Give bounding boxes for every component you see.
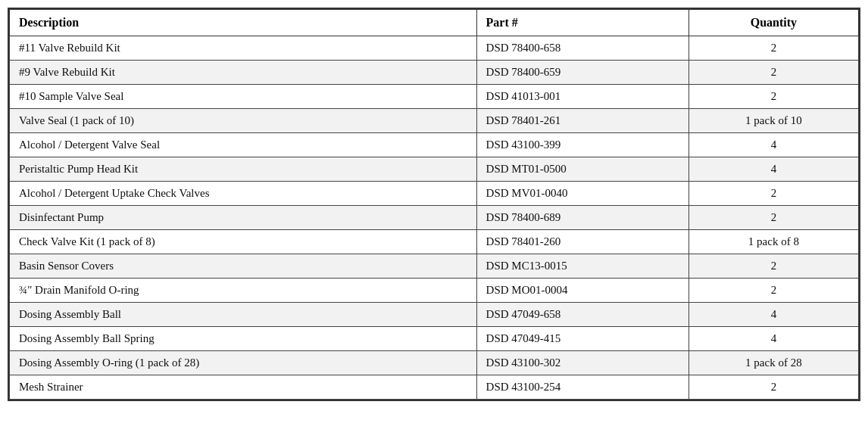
cell-part-number: DSD 41013-001 xyxy=(476,85,688,109)
cell-part-number: DSD 43100-254 xyxy=(476,375,688,400)
cell-description: Disinfectant Pump xyxy=(10,206,477,230)
cell-quantity: 1 pack of 28 xyxy=(688,351,858,375)
table-row: Alcohol / Detergent Valve SealDSD 43100-… xyxy=(10,133,859,157)
cell-description: #11 Valve Rebuild Kit xyxy=(10,36,477,61)
cell-quantity: 1 pack of 10 xyxy=(688,109,858,133)
cell-quantity: 2 xyxy=(688,36,858,61)
table-row: Dosing Assembly BallDSD 47049-6584 xyxy=(10,303,859,327)
cell-part-number: DSD 43100-302 xyxy=(476,351,688,375)
header-quantity: Quantity xyxy=(688,10,858,36)
cell-part-number: DSD MO01-0004 xyxy=(476,279,688,303)
cell-quantity: 4 xyxy=(688,157,858,182)
cell-description: #10 Sample Valve Seal xyxy=(10,85,477,109)
cell-quantity: 2 xyxy=(688,206,858,230)
cell-description: Peristaltic Pump Head Kit xyxy=(10,157,477,182)
table-row: Dosing Assembly O-ring (1 pack of 28)DSD… xyxy=(10,351,859,375)
table-row: Dosing Assembly Ball SpringDSD 47049-415… xyxy=(10,327,859,351)
table-row: Mesh StrainerDSD 43100-2542 xyxy=(10,375,859,400)
cell-quantity: 4 xyxy=(688,303,858,327)
table-row: #11 Valve Rebuild KitDSD 78400-6582 xyxy=(10,36,859,61)
cell-part-number: DSD 43100-399 xyxy=(476,133,688,157)
cell-quantity: 2 xyxy=(688,279,858,303)
cell-quantity: 4 xyxy=(688,327,858,351)
cell-description: #9 Valve Rebuild Kit xyxy=(10,61,477,85)
cell-quantity: 2 xyxy=(688,61,858,85)
cell-description: Valve Seal (1 pack of 10) xyxy=(10,109,477,133)
cell-description: Check Valve Kit (1 pack of 8) xyxy=(10,230,477,254)
cell-description: ¾" Drain Manifold O-ring xyxy=(10,279,477,303)
table-row: Alcohol / Detergent Uptake Check ValvesD… xyxy=(10,182,859,206)
table-header-row: Description Part # Quantity xyxy=(10,10,859,36)
cell-description: Dosing Assembly Ball Spring xyxy=(10,327,477,351)
table-row: ¾" Drain Manifold O-ringDSD MO01-00042 xyxy=(10,279,859,303)
cell-part-number: DSD MT01-0500 xyxy=(476,157,688,182)
cell-description: Mesh Strainer xyxy=(10,375,477,400)
table-row: Check Valve Kit (1 pack of 8)DSD 78401-2… xyxy=(10,230,859,254)
cell-part-number: DSD 78400-659 xyxy=(476,61,688,85)
cell-description: Alcohol / Detergent Valve Seal xyxy=(10,133,477,157)
table-row: Basin Sensor CoversDSD MC13-00152 xyxy=(10,254,859,279)
cell-description: Dosing Assembly Ball xyxy=(10,303,477,327)
table-row: #9 Valve Rebuild KitDSD 78400-6592 xyxy=(10,61,859,85)
cell-part-number: DSD 47049-658 xyxy=(476,303,688,327)
cell-part-number: DSD 47049-415 xyxy=(476,327,688,351)
cell-quantity: 2 xyxy=(688,254,858,279)
cell-quantity: 2 xyxy=(688,85,858,109)
table-row: Disinfectant PumpDSD 78400-6892 xyxy=(10,206,859,230)
cell-description: Alcohol / Detergent Uptake Check Valves xyxy=(10,182,477,206)
parts-table-container: Description Part # Quantity #11 Valve Re… xyxy=(8,8,860,401)
cell-description: Basin Sensor Covers xyxy=(10,254,477,279)
table-row: Valve Seal (1 pack of 10)DSD 78401-2611 … xyxy=(10,109,859,133)
cell-description: Dosing Assembly O-ring (1 pack of 28) xyxy=(10,351,477,375)
cell-part-number: DSD 78401-261 xyxy=(476,109,688,133)
cell-part-number: DSD 78400-689 xyxy=(476,206,688,230)
cell-quantity: 2 xyxy=(688,182,858,206)
parts-table: Description Part # Quantity #11 Valve Re… xyxy=(9,9,859,400)
cell-part-number: DSD 78401-260 xyxy=(476,230,688,254)
header-part-number: Part # xyxy=(476,10,688,36)
cell-part-number: DSD MC13-0015 xyxy=(476,254,688,279)
cell-part-number: DSD 78400-658 xyxy=(476,36,688,61)
cell-part-number: DSD MV01-0040 xyxy=(476,182,688,206)
cell-quantity: 1 pack of 8 xyxy=(688,230,858,254)
cell-quantity: 2 xyxy=(688,375,858,400)
cell-quantity: 4 xyxy=(688,133,858,157)
header-description: Description xyxy=(10,10,477,36)
table-row: #10 Sample Valve SealDSD 41013-0012 xyxy=(10,85,859,109)
table-row: Peristaltic Pump Head KitDSD MT01-05004 xyxy=(10,157,859,182)
